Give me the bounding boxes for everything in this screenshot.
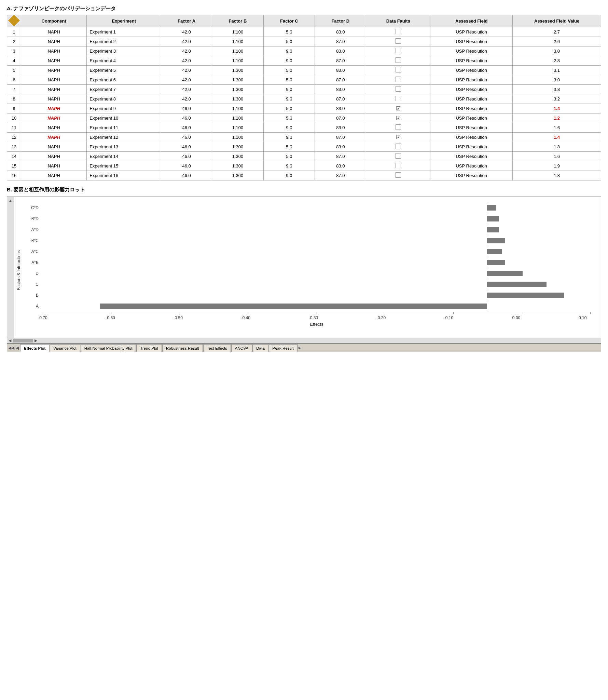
cell-factor-c: 9.0 bbox=[263, 133, 315, 142]
scroll-up-arrow[interactable]: ▲ bbox=[9, 198, 13, 203]
x-tick bbox=[43, 312, 43, 314]
scroll-right-arrow[interactable]: ▶ bbox=[34, 338, 37, 343]
cell-component: NAPH bbox=[21, 142, 87, 152]
cell-assessed-field: USP Resolution bbox=[430, 133, 513, 142]
cell-data-fault[interactable] bbox=[366, 152, 430, 161]
cell-data-fault[interactable] bbox=[366, 37, 430, 46]
cell-assessed-field: USP Resolution bbox=[430, 85, 513, 94]
tab-nav-prev[interactable]: ◀◀ bbox=[8, 344, 14, 352]
tab-item-2[interactable]: Half Normal Probability Plot bbox=[81, 344, 136, 352]
cell-factor-d: 83.0 bbox=[315, 142, 366, 152]
tab-nav-prev2[interactable]: ◀ bbox=[16, 344, 19, 352]
cell-factor-a: 42.0 bbox=[161, 66, 212, 75]
x-tick bbox=[248, 312, 248, 314]
chart-scroll-bottom[interactable]: ◀ ▶ bbox=[7, 338, 601, 343]
scroll-left-arrow[interactable]: ◀ bbox=[9, 338, 11, 343]
x-tick-label: -0.10 bbox=[444, 315, 453, 320]
cell-factor-b: 1.300 bbox=[212, 66, 263, 75]
col-header-assessedfieldvalue: Assessed Field Value bbox=[513, 15, 601, 27]
table-row: 9NAPHExperiment 946.01.1005.083.0☑USP Re… bbox=[7, 104, 601, 113]
chart-row: A*B bbox=[24, 257, 594, 268]
cell-factor-d: 87.0 bbox=[315, 152, 366, 161]
cell-assessed-field: USP Resolution bbox=[430, 161, 513, 171]
chart-scroll-left[interactable]: ▲ ▼ bbox=[7, 197, 14, 343]
cell-data-fault[interactable] bbox=[366, 142, 430, 152]
tab-item-3[interactable]: Trend Plot bbox=[136, 344, 162, 352]
x-tick bbox=[111, 312, 111, 314]
cell-factor-a: 42.0 bbox=[161, 94, 212, 104]
chart-bar bbox=[487, 216, 499, 221]
tab-item-5[interactable]: Test Effects bbox=[203, 344, 231, 352]
cell-component: NAPH bbox=[21, 66, 87, 75]
cell-experiment: Experiment 11 bbox=[87, 123, 161, 133]
chart-bar-container bbox=[41, 303, 594, 310]
cell-experiment: Experiment 8 bbox=[87, 94, 161, 104]
cell-factor-a: 46.0 bbox=[161, 123, 212, 133]
tab-item-4[interactable]: Robustness Result bbox=[162, 344, 203, 352]
cell-assessed-value: 1.6 bbox=[513, 123, 601, 133]
cell-component: NAPH bbox=[21, 85, 87, 94]
chart-row: C*D bbox=[24, 202, 594, 213]
chart-row: C bbox=[24, 279, 594, 290]
tab-item-1[interactable]: Variance Plot bbox=[50, 344, 80, 352]
cell-factor-d: 87.0 bbox=[315, 113, 366, 123]
cell-data-fault[interactable] bbox=[366, 27, 430, 37]
cell-data-fault[interactable]: ☑ bbox=[366, 133, 430, 142]
cell-assessed-field: USP Resolution bbox=[430, 27, 513, 37]
table-row: 4NAPHExperiment 442.01.1009.087.0USP Res… bbox=[7, 56, 601, 66]
cell-data-fault[interactable]: ☑ bbox=[366, 104, 430, 113]
cell-component: NAPH bbox=[21, 94, 87, 104]
cell-assessed-value: 1.4 bbox=[513, 133, 601, 142]
row-number: 11 bbox=[7, 123, 21, 133]
table-row: 5NAPHExperiment 542.01.3005.083.0USP Res… bbox=[7, 66, 601, 75]
tab-item-8[interactable]: Peak Result bbox=[269, 344, 298, 352]
row-number: 3 bbox=[7, 46, 21, 56]
cell-factor-c: 9.0 bbox=[263, 171, 315, 180]
chart-row-label: A*D bbox=[24, 227, 41, 232]
cell-data-fault[interactable] bbox=[366, 75, 430, 85]
chart-bar-container bbox=[41, 237, 594, 244]
cell-factor-d: 83.0 bbox=[315, 85, 366, 94]
cell-data-fault[interactable] bbox=[366, 123, 430, 133]
cell-factor-d: 83.0 bbox=[315, 27, 366, 37]
cell-data-fault[interactable] bbox=[366, 66, 430, 75]
chart-bar bbox=[487, 249, 502, 254]
cell-component: NAPH bbox=[21, 56, 87, 66]
cell-data-fault[interactable] bbox=[366, 94, 430, 104]
cell-component: NAPH bbox=[21, 37, 87, 46]
col-header-datafaults: Data Faults bbox=[366, 15, 430, 27]
cell-factor-b: 1.300 bbox=[212, 152, 263, 161]
tab-nav-next[interactable]: ► bbox=[298, 344, 302, 352]
cell-factor-c: 5.0 bbox=[263, 113, 315, 123]
cell-data-fault[interactable] bbox=[366, 171, 430, 180]
x-tick-label: -0.50 bbox=[173, 315, 182, 320]
cell-data-fault[interactable]: ☑ bbox=[366, 113, 430, 123]
cell-data-fault[interactable] bbox=[366, 85, 430, 94]
tab-item-7[interactable]: Data bbox=[252, 344, 268, 352]
cell-factor-d: 83.0 bbox=[315, 161, 366, 171]
cell-factor-a: 46.0 bbox=[161, 161, 212, 171]
y-axis-label-container: Factors & Interactions bbox=[14, 197, 24, 343]
cell-data-fault[interactable] bbox=[366, 161, 430, 171]
main-container: A. ナファゾリンピークのバリデーションデータ Component Experi… bbox=[0, 0, 608, 700]
scroll-thumb[interactable] bbox=[13, 339, 33, 342]
chart-row-label: B*D bbox=[24, 216, 41, 221]
cell-component: NAPH bbox=[21, 171, 87, 180]
x-tick bbox=[522, 312, 522, 314]
x-axis: -0.70-0.60-0.50-0.40-0.30-0.20-0.100.000… bbox=[24, 312, 594, 327]
col-header-icon bbox=[7, 15, 21, 27]
x-axis-title: Effects bbox=[43, 322, 591, 327]
chart-bar-container bbox=[41, 204, 594, 211]
cell-data-fault[interactable] bbox=[366, 46, 430, 56]
cell-factor-a: 42.0 bbox=[161, 27, 212, 37]
cell-factor-c: 9.0 bbox=[263, 123, 315, 133]
tab-item-6[interactable]: ANOVA bbox=[231, 344, 252, 352]
cell-factor-a: 46.0 bbox=[161, 171, 212, 180]
cell-factor-d: 83.0 bbox=[315, 123, 366, 133]
cell-factor-b: 1.300 bbox=[212, 161, 263, 171]
chart-row-label: C bbox=[24, 282, 41, 287]
cell-data-fault[interactable] bbox=[366, 56, 430, 66]
chart-row-label: D bbox=[24, 271, 41, 276]
x-tick-label: -0.40 bbox=[241, 315, 250, 320]
tab-item-0[interactable]: Effects Plot bbox=[20, 344, 49, 352]
